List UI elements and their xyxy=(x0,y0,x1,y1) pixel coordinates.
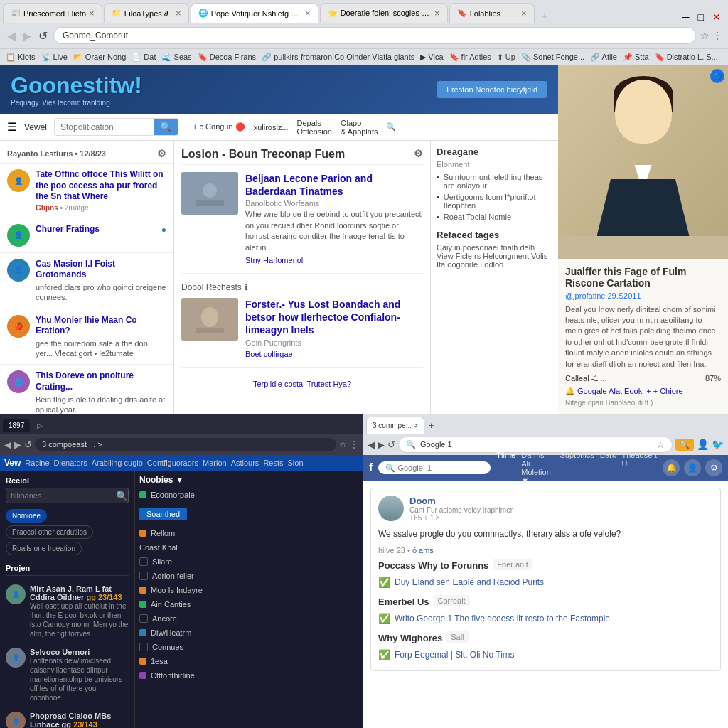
fb-nav-tlime[interactable]: Tlime xyxy=(496,451,515,485)
bookmark-icon[interactable]: ☆ xyxy=(700,30,710,41)
article-link-2[interactable]: Boet collirgae xyxy=(245,350,423,358)
br-profile-icon[interactable]: 👤 xyxy=(697,439,709,450)
bookmark-up[interactable]: ⬆ Up xyxy=(497,53,515,62)
bookmark-adties[interactable]: 🔖 fir Adties xyxy=(449,53,491,62)
bookmark-seas[interactable]: 🌊 Seas xyxy=(161,53,191,62)
fb-settings-btn[interactable]: ⚙ xyxy=(705,459,722,476)
nav-olapo[interactable]: Olapo& Apoplats xyxy=(341,119,378,136)
subscribe-button[interactable]: Freston Nendtoc bicryfjeld xyxy=(437,81,547,98)
tab-close-4[interactable]: × xyxy=(434,8,440,18)
tab-nomioee[interactable]: Nomioee xyxy=(6,509,47,523)
tab-1[interactable]: 📰 Priescomed Flietn × xyxy=(3,3,102,23)
bookmark-stta[interactable]: 📌 Stta xyxy=(623,53,649,62)
app-search-input[interactable] xyxy=(6,488,113,503)
tab-praocol[interactable]: Praocol other cardutiios xyxy=(6,525,93,539)
app-racine-btn[interactable]: Racine xyxy=(25,459,49,467)
br-reload-btn[interactable]: ↺ xyxy=(387,439,395,450)
tab-3[interactable]: 🌐 Pope Votiquer Nshietg Fone ... × xyxy=(191,3,318,23)
app-dienators-btn[interactable]: Dienators xyxy=(54,459,87,467)
tab-5[interactable]: 🔖 Lolablies × xyxy=(449,3,535,23)
fb-post-author[interactable]: Doom xyxy=(410,496,713,506)
fb-nav-bark[interactable]: Bark xyxy=(600,451,616,485)
more-button[interactable]: Terplidie costal Trutest Hya? xyxy=(181,376,423,392)
article-title-2[interactable]: Forster.- Yus Lost Boandach and betsor h… xyxy=(245,298,423,337)
article-link-1[interactable]: Stny Harlomenol xyxy=(245,256,423,264)
fb-check-item-2[interactable]: ✅ Writo George 1 The five dceess llt res… xyxy=(378,613,713,624)
new-tab-button[interactable]: + xyxy=(536,10,554,23)
nav-congun[interactable]: + c Congun 🔴 xyxy=(193,122,245,132)
fb-profile-btn[interactable]: 👤 xyxy=(684,459,701,476)
search-button[interactable]: 🔍 xyxy=(154,119,178,135)
window-minimize[interactable]: ─ xyxy=(678,11,694,23)
forward-button[interactable]: ▶ xyxy=(21,28,33,44)
post-link[interactable]: ó ams xyxy=(412,546,434,555)
left-news-item-3[interactable]: 👤 Cas Masion I.I Foist Grotomands unfore… xyxy=(0,253,173,309)
tab-close-5[interactable]: × xyxy=(521,8,527,18)
left-news-item-2[interactable]: 👤 Churer Fratings ● xyxy=(0,218,173,253)
bookmark-atlie[interactable]: 🔗 Atlie xyxy=(590,53,617,62)
bl-reload-btn[interactable]: ↺ xyxy=(24,439,32,450)
br-twitter-icon[interactable]: 🐦 xyxy=(712,439,724,450)
left-news-item-1[interactable]: 👤 Tate Offinc offoce This Wilitt on the … xyxy=(0,164,173,218)
soanthed-button[interactable]: Soanthed xyxy=(139,508,187,520)
app-view-btn[interactable]: Vew xyxy=(4,458,21,468)
project-item-1[interactable]: 👤 Mirt Asan J. Ram L fat Cddira Oildner … xyxy=(6,580,129,643)
section-settings-icon[interactable]: ⚙ xyxy=(157,148,166,159)
back-button[interactable]: ◀ xyxy=(6,28,17,44)
bl-star-icon[interactable]: ☆ xyxy=(339,439,347,449)
chiore-button[interactable]: + + Chiore xyxy=(646,387,682,396)
app-contfig-btn[interactable]: Contfiguoraors xyxy=(147,459,198,467)
tab-close-2[interactable]: × xyxy=(176,8,181,18)
app-sion-btn[interactable]: Sion xyxy=(288,459,304,467)
nav-search-icon[interactable]: 🔍 xyxy=(386,122,396,132)
bl-back-btn[interactable]: ◀ xyxy=(4,439,11,450)
reload-button[interactable]: ↺ xyxy=(37,28,49,44)
br-tab-active[interactable]: 3 commpe... > xyxy=(366,417,424,434)
br-forward-btn[interactable]: ▶ xyxy=(378,439,385,450)
bl-address-bar[interactable]: 3 compoeast ... > xyxy=(35,438,336,451)
nav-xulirosiz[interactable]: xulirosiz... xyxy=(254,123,289,132)
search-input[interactable] xyxy=(55,119,154,135)
app-marion-btn[interactable]: Marion xyxy=(203,459,227,467)
app-arabling-btn[interactable]: Arablling cugio xyxy=(92,459,143,467)
bookmark-decoa[interactable]: 🔖 Decoa Firans xyxy=(198,53,256,62)
fb-check-item-3[interactable]: ✅ Forp Eegemal | Slt, Oli No Tirns xyxy=(378,649,713,660)
bl-tab-active[interactable]: 1897 xyxy=(3,419,30,432)
bookmark-dat[interactable]: 📄 Dat xyxy=(132,53,156,62)
bl-menu-icon[interactable]: ⋮ xyxy=(350,439,358,449)
fb-nav-darms[interactable]: Darms Ali Moletion ▼ xyxy=(521,451,554,485)
window-maximize[interactable]: □ xyxy=(694,11,708,23)
left-news-item-5[interactable]: 🌐 This Doreve on pnoiture Crating... Bei… xyxy=(0,365,173,414)
fb-nav-suptonics[interactable]: Suptonics xyxy=(560,451,594,485)
left-news-item-4[interactable]: 🍎 Yhu Monier Ihie Maan Co Eration? gee t… xyxy=(0,309,173,365)
fb-search-input[interactable] xyxy=(378,461,491,474)
br-tab-add[interactable]: + xyxy=(429,420,434,431)
article-title-1[interactable]: Beljaan Lecone Parion and Baderdaan Tina… xyxy=(245,172,423,198)
view-menu[interactable]: Vewel xyxy=(24,122,47,132)
fb-nav-theadsert[interactable]: Theadsert U xyxy=(621,451,657,485)
fb-check-item-1[interactable]: ✅ Duy Eland sen Eaple and Raciod Purits xyxy=(378,577,713,588)
bookmark-vica[interactable]: ▶ Vica xyxy=(420,53,443,62)
br-ext-btn[interactable]: 🔍 xyxy=(675,439,694,451)
center-settings-icon[interactable]: ⚙ xyxy=(414,148,423,159)
bookmark-klots[interactable]: 📋 Klots xyxy=(6,53,36,62)
app-rests-btn[interactable]: Rests xyxy=(263,459,283,467)
fb-notif-btn[interactable]: 🔔 xyxy=(663,459,680,476)
bookmark-live[interactable]: 📡 Live xyxy=(41,53,68,62)
bookmark-distratico[interactable]: 🔖 Distratio L. S... xyxy=(655,53,718,62)
bl-forward-btn[interactable]: ▶ xyxy=(14,439,21,450)
video-author[interactable]: @jprofatine 29.S2011 xyxy=(565,291,721,300)
tab-close-3[interactable]: × xyxy=(305,8,311,18)
br-back-btn[interactable]: ◀ xyxy=(368,439,375,450)
br-star-icon[interactable]: ☆ xyxy=(656,439,665,450)
window-close[interactable]: ✕ xyxy=(708,11,725,23)
tab-roails[interactable]: Roails one Iroeation xyxy=(6,542,82,555)
tab-close-1[interactable]: × xyxy=(89,8,95,18)
app-search-btn[interactable]: 🔍 xyxy=(113,489,131,503)
tab-2[interactable]: 📁 FiloaTypes ∂ × xyxy=(104,3,189,23)
bookmark-pulikirs[interactable]: 🔗 pulikirs-fromaron Co Oinder Vlatia gia… xyxy=(262,53,414,62)
address-bar[interactable]: Gonme_Comorut xyxy=(53,27,696,44)
project-item-2[interactable]: 👤 Selvoco Uernori l aoltenats dew/liroic… xyxy=(6,643,129,707)
settings-icon[interactable]: ⋮ xyxy=(712,30,722,41)
hamburger-icon[interactable]: ☰ xyxy=(7,120,17,134)
